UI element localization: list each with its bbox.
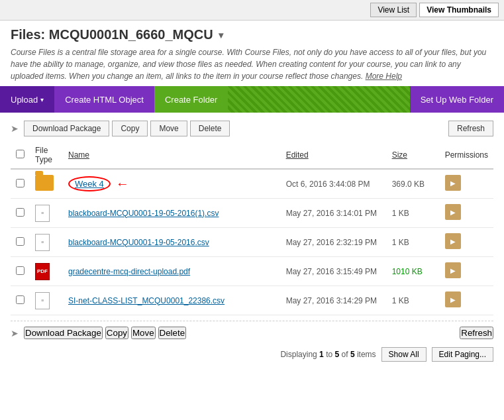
folder-icon bbox=[35, 175, 54, 191]
edited-header: Edited bbox=[281, 142, 387, 169]
pdf-icon: PDF bbox=[35, 263, 50, 280]
select-all-checkbox[interactable] bbox=[16, 150, 25, 158]
file2-edited: May 27, 2016 2:32:19 PM bbox=[281, 228, 387, 257]
row-checkbox-file3[interactable] bbox=[16, 266, 25, 275]
file3-size: 1010 KB bbox=[387, 257, 440, 286]
table-row: PDF gradecentre-mcq-direct-upload.pdf Ma… bbox=[11, 257, 493, 286]
file1-size: 1 KB bbox=[387, 199, 440, 228]
table-row: Week 4 ← Oct 6, 2016 3:44:08 PM 369.0 KB bbox=[11, 169, 493, 199]
permissions-icon-file3[interactable] bbox=[445, 262, 461, 278]
create-folder-button[interactable]: Create Folder bbox=[154, 86, 228, 113]
bottom-action-bar: ➤ Download Package Copy Move Delete Refr… bbox=[11, 321, 493, 339]
download-package-button-top[interactable]: Download Package bbox=[24, 121, 109, 136]
upload-button[interactable]: Upload ▾ bbox=[0, 86, 54, 113]
csv-icon-3: ≡ bbox=[35, 292, 50, 309]
edit-paging-button[interactable]: Edit Paging... bbox=[432, 347, 493, 362]
week4-size: 369.0 KB bbox=[387, 169, 440, 199]
filetype-header: File Type bbox=[30, 142, 63, 169]
permissions-icon-file4[interactable] bbox=[445, 291, 461, 307]
size-sort-link[interactable]: Size bbox=[392, 150, 407, 160]
copy-button-top[interactable]: Copy bbox=[112, 121, 148, 136]
file4-link[interactable]: SI-net-CLASS-LIST_MCQU0001_22386.csv bbox=[68, 296, 225, 305]
action-arrow-bottom: ➤ bbox=[11, 328, 19, 339]
show-all-button[interactable]: Show All bbox=[381, 347, 427, 362]
pagination-text: Displaying 1 to 5 of 5 items bbox=[280, 350, 376, 359]
table-row: ≡ blackboard-MCQU0001-19-05-2016(1).csv … bbox=[11, 199, 493, 228]
permissions-icon-file2[interactable] bbox=[445, 233, 461, 249]
name-header: Name bbox=[63, 142, 281, 169]
file3-edited: May 27, 2016 3:15:49 PM bbox=[281, 257, 387, 286]
table-header-row: File Type Name Edited Size Permissions bbox=[11, 142, 493, 169]
delete-button-bottom[interactable]: Delete bbox=[158, 327, 187, 339]
range-start: 1 bbox=[319, 350, 324, 359]
create-html-button[interactable]: Create HTML Object bbox=[54, 86, 154, 113]
permissions-icon-file1[interactable] bbox=[445, 204, 461, 220]
red-arrow-indicator: ← bbox=[116, 176, 129, 191]
web-folder-button[interactable]: Set Up Web Folder bbox=[410, 86, 504, 113]
action-arrow-top: ➤ bbox=[11, 123, 19, 134]
title-dropdown-icon[interactable]: ▾ bbox=[219, 30, 223, 40]
content-area: ➤ Download Package Copy Move Delete Refr… bbox=[0, 113, 504, 370]
week4-name-cell: Week 4 ← bbox=[68, 176, 276, 191]
size-header: Size bbox=[387, 142, 440, 169]
download-package-button-bottom[interactable]: Download Package bbox=[24, 327, 103, 339]
main-toolbar: Upload ▾ Create HTML Object Create Folde… bbox=[0, 86, 504, 113]
week4-edited: Oct 6, 2016 3:44:08 PM bbox=[281, 169, 387, 199]
row-checkbox-week4[interactable] bbox=[16, 179, 25, 187]
file4-edited: May 27, 2016 3:14:29 PM bbox=[281, 286, 387, 315]
file1-link[interactable]: blackboard-MCQU0001-19-05-2016(1).csv bbox=[68, 209, 219, 218]
file2-size: 1 KB bbox=[387, 228, 440, 257]
file2-link[interactable]: blackboard-MCQU0001-19-05-2016.csv bbox=[68, 238, 209, 247]
row-checkbox-file2[interactable] bbox=[16, 237, 25, 246]
pagination-bar: Displaying 1 to 5 of 5 items Show All Ed… bbox=[11, 347, 493, 362]
more-help-link[interactable]: More Help bbox=[366, 72, 402, 81]
range-end: 5 bbox=[334, 350, 339, 359]
page-description: Course Files is a central file storage a… bbox=[11, 46, 493, 82]
delete-button-top[interactable]: Delete bbox=[190, 121, 230, 136]
move-button-top[interactable]: Move bbox=[150, 121, 187, 136]
file1-edited: May 27, 2016 3:14:01 PM bbox=[281, 199, 387, 228]
csv-icon-1: ≡ bbox=[35, 205, 50, 222]
table-row: ≡ blackboard-MCQU0001-19-05-2016.csv May… bbox=[11, 228, 493, 257]
move-button-bottom[interactable]: Move bbox=[131, 327, 156, 339]
csv-icon-2: ≡ bbox=[35, 234, 50, 251]
view-list-button[interactable]: View List bbox=[370, 3, 417, 17]
page-title: Files: MCQU0001N_6660_MQCU ▾ bbox=[11, 27, 493, 42]
refresh-button-top[interactable]: Refresh bbox=[448, 121, 493, 136]
refresh-button-bottom[interactable]: Refresh bbox=[460, 327, 493, 339]
upload-dropdown-arrow: ▾ bbox=[40, 96, 44, 103]
page-header: Files: MCQU0001N_6660_MQCU ▾ Course File… bbox=[0, 21, 504, 86]
edited-sort-link[interactable]: Edited bbox=[286, 150, 309, 160]
permissions-icon-week4[interactable] bbox=[445, 175, 461, 191]
view-thumbnails-button[interactable]: View Thumbnails bbox=[419, 3, 499, 17]
copy-button-bottom[interactable]: Copy bbox=[105, 327, 128, 339]
permissions-header: Permissions bbox=[440, 142, 493, 169]
top-action-bar: ➤ Download Package Copy Move Delete Refr… bbox=[11, 121, 493, 136]
file3-link[interactable]: gradecentre-mcq-direct-upload.pdf bbox=[68, 267, 190, 276]
week4-link[interactable]: Week 4 bbox=[68, 176, 111, 191]
total: 5 bbox=[350, 350, 355, 359]
toolbar-spacer bbox=[228, 86, 409, 113]
row-checkbox-file4[interactable] bbox=[16, 295, 25, 304]
table-row: ≡ SI-net-CLASS-LIST_MCQU0001_22386.csv M… bbox=[11, 286, 493, 315]
name-sort-link[interactable]: Name bbox=[68, 150, 89, 160]
files-table: File Type Name Edited Size Permissions bbox=[11, 142, 493, 315]
view-toggle-bar: View List View Thumbnails bbox=[0, 0, 504, 21]
file4-size: 1 KB bbox=[387, 286, 440, 315]
row-checkbox-file1[interactable] bbox=[16, 208, 25, 217]
